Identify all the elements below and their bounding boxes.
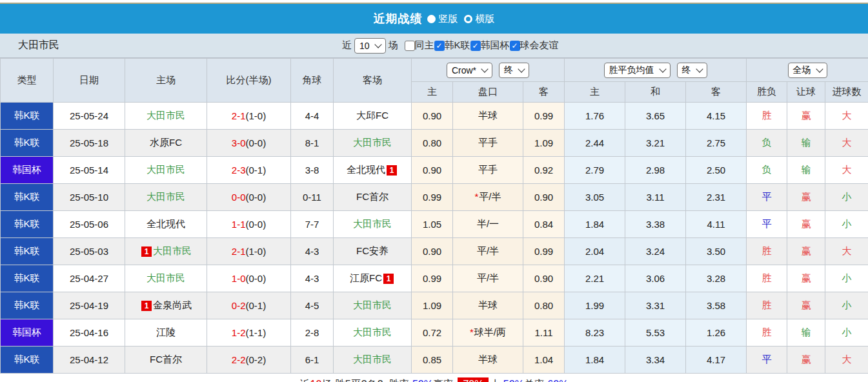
halftime-score: (1-0) xyxy=(246,110,267,121)
radio-option[interactable]: 竖版 xyxy=(427,13,458,25)
away-team-cell: 大田市民 xyxy=(334,211,412,238)
radio-selected-icon xyxy=(427,15,436,23)
result-goals-cell: 小 xyxy=(825,319,868,347)
footer-segment: 60% xyxy=(547,379,568,382)
result-handicap-cell: 赢 xyxy=(787,292,825,319)
mean-draw-cell: 2.98 xyxy=(625,157,686,184)
result-handicap-cell: 输 xyxy=(787,157,825,184)
corners-cell: 0-11 xyxy=(291,184,334,211)
filter-checkbox-label: 同主 xyxy=(415,39,434,52)
date-cell: 25-04-12 xyxy=(54,347,125,374)
fulltime-score: 1-1 xyxy=(232,219,246,230)
home-team-cell: 1金泉尚武 xyxy=(125,292,207,319)
date-cell: 25-05-18 xyxy=(54,130,125,157)
score-cell: 1-0(0-0) xyxy=(207,265,291,292)
mean-home-cell: 2.21 xyxy=(565,265,625,292)
filter-checkbox[interactable] xyxy=(405,41,415,51)
result-scope-select[interactable]: 全场 xyxy=(788,63,827,78)
recent-count-select[interactable]: 10 xyxy=(354,38,386,54)
date-cell: 25-04-27 xyxy=(54,265,125,292)
odds-home-cell: 1.09 xyxy=(412,292,453,319)
odds-home-cell: 1.05 xyxy=(412,211,453,238)
home-team-cell: 大田市民 xyxy=(125,184,207,211)
odds-away-cell: 0.92 xyxy=(523,157,565,184)
odds-company-select[interactable]: Crow* xyxy=(447,63,492,78)
odds-company-value: Crow* xyxy=(452,65,476,75)
filter-checkbox[interactable]: ✓ xyxy=(470,41,481,51)
type-cell: 韩K联 xyxy=(1,184,54,211)
table-row: 韩K联25-05-06全北现代1-1(0-0)7-7大田市民1.05半/一0.8… xyxy=(1,211,868,238)
odds-group-header: Crow* 终 xyxy=(412,59,565,82)
handicap-cell: 平手 xyxy=(453,130,523,157)
handicap-cell: 平/半 xyxy=(453,265,523,292)
radio-option[interactable]: 横版 xyxy=(464,13,495,25)
handicap-cell: *球半/两 xyxy=(453,319,523,347)
mean-home-cell: 1.84 xyxy=(565,211,625,238)
chevron-down-icon xyxy=(481,65,488,72)
mean-away-cell: 2.50 xyxy=(686,157,747,184)
subcol-mean-draw: 和 xyxy=(625,82,686,103)
mean-draw-cell: 5.53 xyxy=(625,319,686,347)
col-header-corner: 角球 xyxy=(291,59,334,103)
result-goals-cell: 大 xyxy=(825,130,868,157)
type-cell: 韩国杯 xyxy=(1,319,54,347)
team-name: 江陵 xyxy=(156,327,176,337)
team-name: 大田市民 xyxy=(153,245,192,256)
mean-home-cell: 2.79 xyxy=(565,157,625,184)
corners-cell: 7-7 xyxy=(291,211,334,238)
mean-time-select[interactable]: 终 xyxy=(677,63,707,78)
away-team-cell: 大田市民 xyxy=(334,130,412,157)
corners-cell: 4-3 xyxy=(291,265,334,292)
mean-draw-cell: 3.06 xyxy=(625,265,686,292)
result-outcome-cell: 胜 xyxy=(747,319,787,347)
filter-checkbox[interactable]: ✓ xyxy=(510,41,520,51)
table-row: 韩K联25-04-27大田市民1-0(0-0)4-3江原FC10.99平/半0.… xyxy=(1,265,868,292)
odds-home-cell: 0.80 xyxy=(412,130,453,157)
halftime-score: (1-0) xyxy=(246,246,267,257)
odds-time-select[interactable]: 终 xyxy=(499,63,529,78)
footer-segment: 单率: xyxy=(524,378,547,382)
mean-away-cell: 4.17 xyxy=(686,347,747,374)
date-cell: 25-05-24 xyxy=(54,103,125,130)
table-row: 韩K联25-04-12FC首尔2-2(0-2)6-1大田市民0.85半球1.04… xyxy=(1,347,868,374)
handicap-star: * xyxy=(470,327,474,337)
result-goals-cell: 小 xyxy=(825,211,868,238)
corners-cell: 6-1 xyxy=(291,347,334,374)
table-row: 韩K联25-05-10大田市民0-0(0-0)0-11FC首尔0.99*平/半0… xyxy=(1,184,868,211)
subcol-odds-home: 主 xyxy=(412,82,453,103)
away-team-cell: 大邱FC xyxy=(334,103,412,130)
recent-label: 近 xyxy=(342,39,352,52)
result-handicap-cell: 输 xyxy=(787,130,825,157)
away-team-cell: 大田市民 xyxy=(334,319,412,347)
table-row: 韩K联25-05-18水原FC3-0(0-0)8-1大田市民0.80平手1.09… xyxy=(1,130,868,157)
odds-home-cell: 0.99 xyxy=(412,184,453,211)
odds-away-cell: 1.04 xyxy=(523,347,565,374)
filter-checkbox[interactable]: ✓ xyxy=(434,41,445,51)
filter-checkbox-label: 球会友谊 xyxy=(520,39,559,52)
corners-cell: 8-1 xyxy=(291,130,334,157)
fulltime-score: 0-2 xyxy=(232,300,246,311)
mean-draw-cell: 3.11 xyxy=(625,184,686,211)
score-cell: 3-0(0-0) xyxy=(207,130,291,157)
type-cell: 韩K联 xyxy=(1,130,54,157)
footer-segment: 赢率: xyxy=(433,378,456,382)
team-name: 大田市民 xyxy=(353,137,392,148)
team-name: 大田市民 xyxy=(353,327,392,337)
odds-away-cell: 0.80 xyxy=(523,292,565,319)
mean-type-select[interactable]: 胜平负均值 xyxy=(604,63,671,78)
result-outcome-cell: 平 xyxy=(747,347,787,374)
filter-checkbox-label: 韩K联 xyxy=(445,39,470,52)
result-handicap-cell: 赢 xyxy=(787,211,825,238)
team-name: FC首尔 xyxy=(356,191,389,202)
odds-away-cell: 0.99 xyxy=(523,238,565,265)
mean-home-cell: 1.84 xyxy=(565,347,625,374)
red-card-badge: 1 xyxy=(387,165,397,176)
odds-away-cell: 0.90 xyxy=(523,184,565,211)
result-handicap-cell: 输 xyxy=(787,319,825,347)
halftime-score: (0-1) xyxy=(246,300,267,311)
mean-draw-cell: 3.65 xyxy=(625,103,686,130)
chevron-down-icon xyxy=(518,65,525,72)
score-cell: 1-2(1-1) xyxy=(207,319,291,347)
mean-type-value: 胜平负均值 xyxy=(609,65,654,76)
footer-segment: 大: xyxy=(490,378,503,382)
